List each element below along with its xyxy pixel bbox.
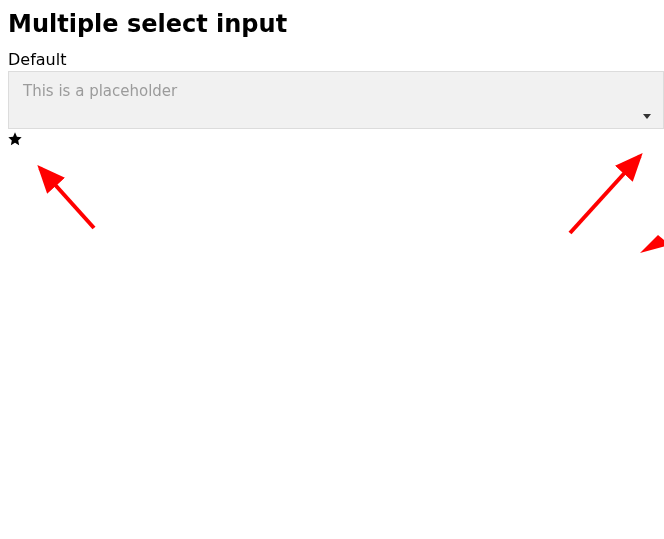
annotation-arrow-left <box>32 160 112 240</box>
field-label: Default <box>0 44 664 71</box>
caret-down-icon[interactable] <box>641 112 653 120</box>
multi-select-input[interactable]: This is a placeholder <box>8 71 664 129</box>
svg-marker-5 <box>640 235 664 253</box>
star-icon <box>7 131 664 151</box>
select-placeholder: This is a placeholder <box>9 72 663 110</box>
page-title: Multiple select input <box>0 0 664 44</box>
annotation-arrow-right <box>560 148 660 248</box>
annotation-arrow-edge <box>640 235 664 255</box>
svg-line-4 <box>570 156 640 233</box>
svg-line-2 <box>40 168 94 228</box>
svg-marker-0 <box>643 114 651 119</box>
